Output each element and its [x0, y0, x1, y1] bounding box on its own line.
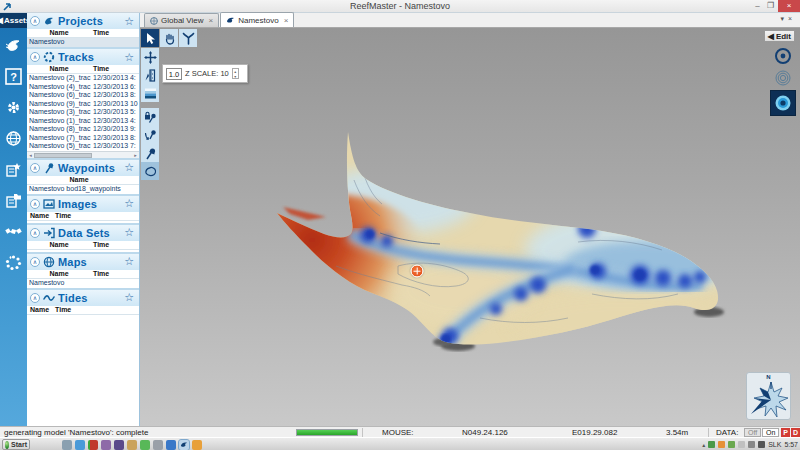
- select-cursor-button[interactable]: [141, 29, 159, 47]
- datasets-column-headers[interactable]: Name Time: [27, 241, 139, 250]
- compass-rose[interactable]: N: [746, 372, 791, 420]
- tray-language[interactable]: SLK: [768, 441, 781, 448]
- track-tool-button[interactable]: [179, 29, 197, 47]
- tab-namestovo[interactable]: Namestovo ×: [220, 12, 294, 27]
- tracks-column-headers[interactable]: Name Time: [27, 65, 139, 74]
- z-scale-ruler-button[interactable]: [141, 66, 159, 84]
- taskbar-app-1[interactable]: [62, 440, 72, 450]
- collapse-icon[interactable]: ∧: [30, 52, 40, 62]
- taskbar-app-11[interactable]: [192, 440, 202, 450]
- panel-tracks-header[interactable]: ∧ Tracks ☆: [27, 49, 139, 65]
- tray-update-icon[interactable]: [718, 441, 725, 448]
- map-viewport[interactable]: 1.0 Z SCALE: 10 ▴▾ ◀ Edit N: [140, 28, 800, 426]
- depth-shading-button[interactable]: [141, 84, 159, 102]
- taskbar-app-4[interactable]: [101, 440, 111, 450]
- start-button[interactable]: Start: [2, 439, 30, 450]
- track-row[interactable]: Namestovo (5)_trac 12/30/2013 7:: [27, 142, 139, 151]
- scroll-right-icon[interactable]: ▸: [132, 152, 139, 159]
- library-folder-icon[interactable]: [5, 191, 23, 209]
- scroll-left-icon[interactable]: ◂: [27, 152, 34, 159]
- tray-clock[interactable]: 5:57: [784, 441, 798, 448]
- tray-app-icon[interactable]: [728, 441, 735, 448]
- assets-collapse-button[interactable]: ◀Assets: [0, 13, 27, 28]
- collapse-icon[interactable]: ∧: [30, 228, 40, 238]
- tracks-horizontal-scrollbar[interactable]: ◂ ▸: [27, 151, 139, 158]
- favorite-star-icon[interactable]: ☆: [124, 161, 134, 174]
- favorite-star-icon[interactable]: ☆: [124, 51, 134, 64]
- minimize-button[interactable]: –: [751, 0, 764, 12]
- taskbar-app-6[interactable]: [127, 440, 137, 450]
- record-p-button[interactable]: P: [781, 428, 790, 437]
- favorite-star-icon[interactable]: ☆: [124, 15, 134, 28]
- collapse-icon[interactable]: ∧: [30, 199, 40, 209]
- globe-icon[interactable]: [5, 129, 23, 147]
- panel-waypoints-header[interactable]: ∧ Waypoints ☆: [27, 160, 139, 176]
- loader-ring-icon[interactable]: [5, 253, 23, 271]
- track-row[interactable]: Namestovo (1)_trac 12/30/2013 4:: [27, 117, 139, 126]
- track-row[interactable]: Namestovo (3)_trac 12/30/2013 5:: [27, 108, 139, 117]
- shark-logo-icon[interactable]: [5, 36, 23, 54]
- collapse-icon[interactable]: ∧: [30, 257, 40, 267]
- project-row[interactable]: Namestovo: [27, 38, 139, 47]
- favorite-star-icon[interactable]: ☆: [124, 255, 134, 268]
- panel-tides-header[interactable]: ∧ Tides ☆: [27, 290, 139, 306]
- taskbar-app-9[interactable]: [166, 440, 176, 450]
- edit-button[interactable]: ◀ Edit: [764, 30, 795, 42]
- collapse-icon[interactable]: ∧: [30, 163, 40, 173]
- z-scale-value-input[interactable]: 1.0: [166, 68, 182, 80]
- tray-shield-icon[interactable]: [708, 441, 715, 448]
- close-button[interactable]: ×: [778, 0, 800, 12]
- favorite-star-icon[interactable]: ☆: [124, 226, 134, 239]
- tides-column-headers[interactable]: Name Time: [27, 306, 139, 315]
- panel-maps-header[interactable]: ∧ Maps ☆: [27, 254, 139, 270]
- track-row[interactable]: Namestovo (8)_trac 12/30/2013 9:: [27, 125, 139, 134]
- track-row[interactable]: Namestovo (6)_trac 12/30/2013 8:: [27, 91, 139, 100]
- map-marker[interactable]: [411, 265, 424, 278]
- track-row[interactable]: Namestovo (7)_trac 12/30/2013 8:: [27, 134, 139, 143]
- track-row[interactable]: Namestovo (9)_trac 12/30/2013 10: [27, 100, 139, 109]
- tab-overflow-controls[interactable]: ▾×: [780, 15, 796, 23]
- library-star-icon[interactable]: [5, 160, 23, 178]
- taskbar-app-5[interactable]: [114, 440, 124, 450]
- track-row[interactable]: Namestovo (2)_trac 12/30/2013 4:: [27, 74, 139, 83]
- settings-gear-icon[interactable]: [5, 98, 23, 116]
- satellite-icon[interactable]: [5, 222, 23, 240]
- waypoint-row[interactable]: Namestovo bod18_waypoints: [27, 185, 139, 194]
- panel-projects-header[interactable]: ∧ Projects ☆: [27, 13, 139, 29]
- taskbar-app-2[interactable]: [75, 440, 85, 450]
- waypoints-column-headers[interactable]: Name: [27, 176, 139, 185]
- restore-button[interactable]: ❐: [764, 0, 777, 12]
- taskbar-reefmaster-running[interactable]: [179, 440, 189, 450]
- data-off-button[interactable]: Off: [744, 428, 761, 437]
- tray-network-icon[interactable]: [748, 441, 755, 448]
- map-row[interactable]: Namestovo: [27, 279, 139, 288]
- scrollbar-thumb[interactable]: [34, 153, 92, 158]
- panel-images-header[interactable]: ∧ Images ☆: [27, 196, 139, 212]
- tray-flag-icon[interactable]: [738, 441, 745, 448]
- lock-pin-button[interactable]: [141, 108, 159, 126]
- pan-hand-button[interactable]: [160, 29, 178, 47]
- maps-column-headers[interactable]: Name Time: [27, 270, 139, 279]
- tab-close-icon[interactable]: ×: [209, 16, 214, 25]
- record-d-button[interactable]: D: [791, 428, 800, 437]
- tab-global-view[interactable]: Global View ×: [144, 13, 219, 27]
- region-shape-button[interactable]: [141, 162, 159, 180]
- move-model-button[interactable]: [141, 48, 159, 66]
- track-row[interactable]: Namestovo (4)_trac 12/30/2013 6:: [27, 83, 139, 92]
- tab-close-icon[interactable]: ×: [284, 16, 289, 25]
- data-on-button[interactable]: On: [762, 428, 779, 437]
- help-icon[interactable]: ?: [5, 67, 23, 85]
- favorite-star-icon[interactable]: ☆: [124, 197, 134, 210]
- add-waypoint-button[interactable]: [141, 144, 159, 162]
- target-view-button[interactable]: [774, 46, 793, 65]
- images-column-headers[interactable]: Name Time: [27, 212, 139, 221]
- panel-datasets-header[interactable]: ∧ Data Sets ☆: [27, 225, 139, 241]
- collapse-icon[interactable]: ∧: [30, 293, 40, 303]
- orb-view-button[interactable]: [770, 90, 796, 116]
- collapse-icon[interactable]: ∧: [30, 16, 40, 26]
- projects-column-headers[interactable]: Name Time: [27, 29, 139, 38]
- tray-expand-icon[interactable]: ▴: [702, 441, 705, 448]
- tray-volume-icon[interactable]: [758, 441, 765, 448]
- taskbar-app-3[interactable]: [88, 440, 98, 450]
- move-waypoint-button[interactable]: [141, 126, 159, 144]
